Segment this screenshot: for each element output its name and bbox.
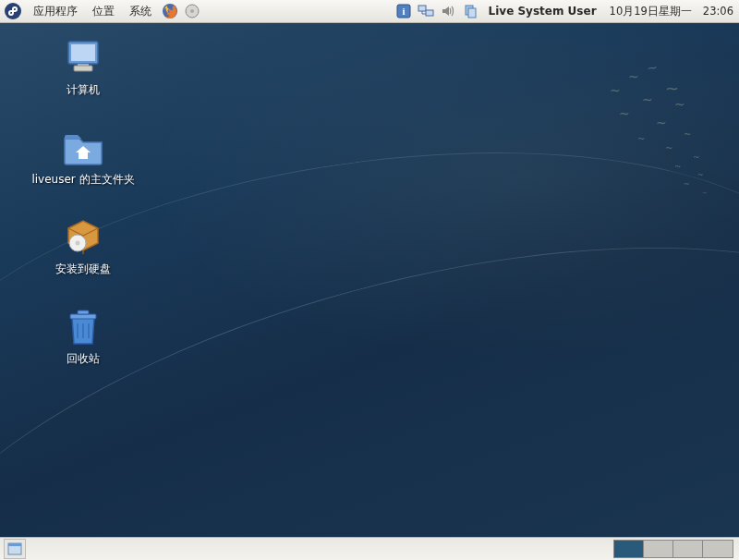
svg-rect-17 bbox=[78, 310, 89, 314]
show-desktop-button[interactable] bbox=[4, 539, 26, 559]
desktop-icon-label: 回收站 bbox=[67, 351, 100, 367]
workspace-1[interactable] bbox=[614, 541, 644, 557]
clipboard-tray-icon[interactable] bbox=[460, 1, 480, 21]
trash-icon bbox=[61, 305, 105, 349]
panel-right: i Live System User 10月19日星期一 23:06 bbox=[393, 0, 739, 22]
network-tray-icon[interactable] bbox=[416, 1, 436, 21]
desktop-icon-install[interactable]: 安装到硬盘 bbox=[9, 212, 157, 281]
svg-rect-7 bbox=[426, 10, 433, 16]
bottom-panel bbox=[0, 537, 739, 560]
svg-text:i: i bbox=[402, 6, 405, 17]
svg-rect-6 bbox=[418, 6, 426, 11]
clock-time[interactable]: 23:06 bbox=[697, 5, 739, 18]
svg-rect-9 bbox=[468, 8, 476, 18]
desktop-icon-label: 安装到硬盘 bbox=[55, 262, 111, 277]
top-panel: 应用程序 位置 系统 i Live System User 10月19日星期一 … bbox=[0, 0, 739, 23]
disk-utility-launcher-icon[interactable] bbox=[182, 1, 202, 21]
desktop-icons-container: 计算机 liveuser 的主文件夹 安装到硬盘 回收站 bbox=[9, 32, 157, 371]
bottom-panel-right bbox=[613, 538, 739, 560]
fedora-logo-icon[interactable] bbox=[4, 2, 22, 20]
firefox-launcher-icon[interactable] bbox=[160, 1, 180, 21]
desktop-icon-home[interactable]: liveuser 的主文件夹 bbox=[9, 122, 157, 191]
desktop-icon-computer[interactable]: 计算机 bbox=[9, 32, 157, 102]
home-folder-icon bbox=[61, 126, 105, 170]
svg-rect-12 bbox=[74, 66, 92, 71]
info-tray-icon[interactable]: i bbox=[394, 1, 414, 21]
install-icon bbox=[61, 215, 105, 260]
desktop-icon-label: 计算机 bbox=[67, 82, 100, 98]
desktop-icon-trash[interactable]: 回收站 bbox=[9, 301, 157, 371]
user-menu[interactable]: Live System User bbox=[481, 5, 604, 18]
bottom-panel-left bbox=[0, 538, 26, 560]
workspace-3[interactable] bbox=[673, 541, 703, 557]
svg-rect-16 bbox=[70, 314, 96, 319]
svg-rect-11 bbox=[71, 44, 95, 61]
desktop-icon-label: liveuser 的主文件夹 bbox=[31, 172, 134, 188]
workspace-4[interactable] bbox=[703, 541, 733, 557]
menu-system[interactable]: 系统 bbox=[122, 0, 159, 22]
computer-icon bbox=[61, 36, 105, 80]
workspace-2[interactable] bbox=[644, 541, 673, 557]
svg-rect-19 bbox=[8, 543, 21, 546]
panel-left: 应用程序 位置 系统 bbox=[0, 0, 203, 22]
svg-point-3 bbox=[190, 9, 194, 13]
menu-places[interactable]: 位置 bbox=[85, 0, 122, 22]
desktop-area[interactable]: ~~ ~~ ~~ ~~ ~~ ~~ ~~ ~~ 计算机 liveuser 的主文… bbox=[0, 23, 739, 537]
workspace-switcher bbox=[613, 540, 733, 558]
menu-applications[interactable]: 应用程序 bbox=[26, 0, 85, 22]
wallpaper-birds-decoration: ~~ ~~ ~~ ~~ ~~ ~~ ~~ ~~ bbox=[480, 51, 721, 236]
clock-date[interactable]: 10月19日星期一 bbox=[604, 5, 697, 18]
svg-point-15 bbox=[76, 241, 80, 246]
svg-rect-13 bbox=[78, 64, 89, 66]
volume-tray-icon[interactable] bbox=[438, 1, 458, 21]
